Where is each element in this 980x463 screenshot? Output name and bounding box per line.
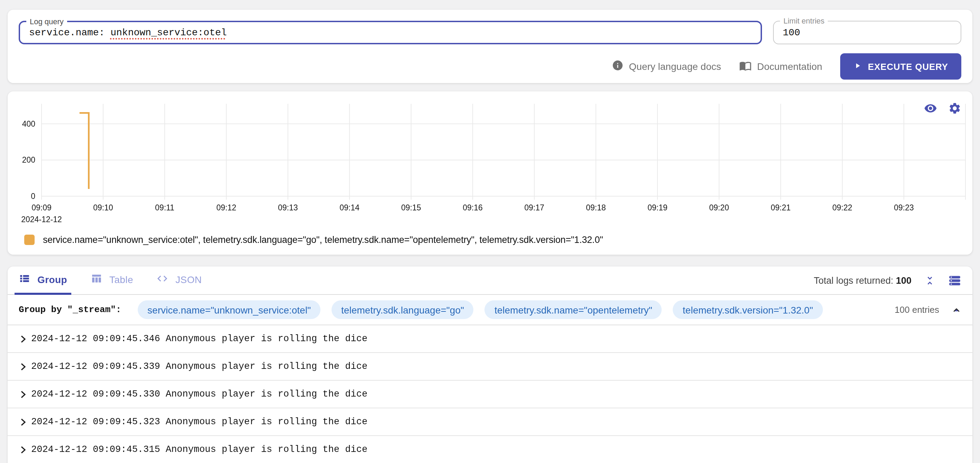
log-query-label: Log query bbox=[26, 17, 67, 26]
legend-label: service.name="unknown_service:otel", tel… bbox=[43, 235, 603, 245]
tab-table[interactable]: Table bbox=[86, 267, 137, 294]
chart-settings-button[interactable] bbox=[948, 102, 961, 115]
svg-text:09:11: 09:11 bbox=[155, 203, 174, 212]
log-timestamp: 2024-12-12 09:09:45.339 bbox=[31, 361, 160, 372]
total-logs-returned: Total logs returned: 100 bbox=[814, 275, 912, 285]
log-timestamp: 2024-12-12 09:09:45.315 bbox=[31, 444, 160, 455]
entries-count: 100 entries bbox=[894, 304, 939, 315]
log-query-value: service.name: unknown_service:otel bbox=[29, 27, 227, 38]
log-message: Anonymous player is rolling the dice bbox=[166, 361, 368, 372]
table-view-icon bbox=[91, 273, 102, 286]
log-entry-text: 2024-12-12 09:09:45.323Anonymous player … bbox=[31, 417, 368, 427]
log-rows: 2024-12-12 09:09:45.346Anonymous player … bbox=[8, 325, 972, 463]
svg-text:09:09: 09:09 bbox=[32, 203, 52, 212]
limit-entries-value: 100 bbox=[783, 27, 800, 38]
log-row[interactable]: 2024-12-12 09:09:45.323Anonymous player … bbox=[8, 408, 972, 436]
expand-row-icon bbox=[19, 417, 27, 426]
hits-chart: 020040009:0909:1009:1109:1209:1309:1409:… bbox=[8, 91, 972, 255]
svg-text:09:23: 09:23 bbox=[894, 203, 914, 212]
execute-query-button[interactable]: EXECUTE QUERY bbox=[840, 53, 961, 80]
expand-row-icon bbox=[19, 361, 27, 371]
stream-chips: service.name="unknown_service:otel"telem… bbox=[138, 301, 883, 319]
logs-view-tabs: Group Table JSON Total logs returned: 10… bbox=[8, 266, 972, 295]
svg-text:09:20: 09:20 bbox=[709, 203, 729, 212]
svg-text:09:16: 09:16 bbox=[463, 203, 483, 212]
eye-icon bbox=[924, 107, 937, 117]
log-row[interactable]: 2024-12-12 09:09:45.339Anonymous player … bbox=[8, 353, 972, 381]
limit-entries-input[interactable]: Limit entries 100 bbox=[773, 21, 961, 44]
chart-legend[interactable]: service.name="unknown_service:otel", tel… bbox=[24, 235, 603, 245]
limit-entries-label: Limit entries bbox=[780, 16, 828, 25]
svg-text:200: 200 bbox=[22, 155, 35, 164]
log-message: Anonymous player is rolling the dice bbox=[166, 334, 368, 344]
svg-text:09:17: 09:17 bbox=[524, 203, 544, 212]
svg-text:09:13: 09:13 bbox=[278, 203, 298, 212]
legend-swatch bbox=[24, 235, 35, 245]
hits-chart-panel: 020040009:0909:1009:1109:1209:1309:1409:… bbox=[8, 91, 972, 255]
svg-text:09:22: 09:22 bbox=[832, 203, 852, 212]
svg-text:09:21: 09:21 bbox=[771, 203, 791, 212]
log-entry-text: 2024-12-12 09:09:45.339Anonymous player … bbox=[31, 361, 368, 372]
tab-group[interactable]: Group bbox=[14, 267, 71, 294]
log-query-input[interactable]: Log query service.name: unknown_service:… bbox=[19, 21, 762, 44]
gear-icon bbox=[948, 107, 961, 117]
total-logs-value: 100 bbox=[896, 275, 912, 285]
logs-panel: Group Table JSON Total logs returned: 10… bbox=[8, 266, 972, 463]
group-view-icon bbox=[19, 273, 30, 286]
query-language-docs-link[interactable]: Query language docs bbox=[612, 59, 721, 73]
log-query-misspelled-token: unknown_service:otel bbox=[110, 27, 227, 38]
tab-table-label: Table bbox=[109, 274, 133, 285]
log-entry-text: 2024-12-12 09:09:45.315Anonymous player … bbox=[31, 444, 368, 455]
query-language-docs-label: Query language docs bbox=[629, 61, 721, 72]
rows-list-icon bbox=[948, 278, 961, 289]
query-panel: Log query service.name: unknown_service:… bbox=[8, 10, 972, 83]
expand-row-icon bbox=[19, 445, 27, 454]
log-message: Anonymous player is rolling the dice bbox=[166, 417, 368, 427]
svg-text:400: 400 bbox=[22, 119, 35, 128]
log-message: Anonymous player is rolling the dice bbox=[166, 389, 368, 399]
expand-row-icon bbox=[19, 389, 27, 399]
toggle-visibility-button[interactable] bbox=[924, 102, 937, 115]
collapse-all-button[interactable] bbox=[924, 274, 936, 286]
svg-text:09:19: 09:19 bbox=[648, 203, 668, 212]
log-row[interactable]: 2024-12-12 09:09:45.346Anonymous player … bbox=[8, 325, 972, 353]
play-icon bbox=[853, 61, 862, 72]
svg-text:09:18: 09:18 bbox=[586, 203, 606, 212]
tab-json-label: JSON bbox=[175, 274, 202, 285]
group-header: Group by "_stream": service.name="unknow… bbox=[8, 295, 972, 325]
stream-chip[interactable]: service.name="unknown_service:otel" bbox=[138, 301, 320, 319]
log-row[interactable]: 2024-12-12 09:09:45.315Anonymous player … bbox=[8, 436, 972, 463]
log-timestamp: 2024-12-12 09:09:45.346 bbox=[31, 334, 160, 344]
victorialogs-ui: Log query service.name: unknown_service:… bbox=[0, 0, 980, 463]
code-view-icon bbox=[157, 273, 169, 286]
documentation-label: Documentation bbox=[757, 61, 822, 72]
log-message: Anonymous player is rolling the dice bbox=[166, 444, 368, 455]
info-icon bbox=[612, 59, 624, 73]
documentation-link[interactable]: Documentation bbox=[739, 59, 822, 74]
chevron-up-icon bbox=[951, 306, 961, 317]
svg-text:2024-12-12: 2024-12-12 bbox=[21, 215, 62, 224]
svg-text:09:12: 09:12 bbox=[216, 203, 236, 212]
tab-group-label: Group bbox=[37, 274, 67, 285]
svg-text:0: 0 bbox=[31, 192, 35, 201]
stream-chip[interactable]: telemetry.sdk.language="go" bbox=[331, 301, 474, 319]
log-entry-text: 2024-12-12 09:09:45.330Anonymous player … bbox=[31, 389, 368, 399]
log-timestamp: 2024-12-12 09:09:45.323 bbox=[31, 417, 160, 427]
stream-chip[interactable]: telemetry.sdk.name="opentelemetry" bbox=[485, 301, 662, 319]
query-actions-row: Query language docs Documentation EXECUT… bbox=[19, 53, 961, 80]
book-icon bbox=[739, 59, 752, 74]
display-settings-button[interactable] bbox=[948, 274, 961, 287]
group-by-label: Group by "_stream": bbox=[19, 304, 127, 315]
log-timestamp: 2024-12-12 09:09:45.330 bbox=[31, 389, 160, 399]
expand-row-icon bbox=[19, 334, 27, 344]
execute-query-label: EXECUTE QUERY bbox=[868, 61, 948, 72]
unfold-less-icon bbox=[924, 278, 936, 288]
log-entry-text: 2024-12-12 09:09:45.346Anonymous player … bbox=[31, 334, 368, 344]
stream-chip[interactable]: telemetry.sdk.version="1.32.0" bbox=[673, 301, 823, 319]
svg-text:09:15: 09:15 bbox=[401, 203, 421, 212]
query-inputs-row: Log query service.name: unknown_service:… bbox=[19, 21, 961, 44]
collapse-group-button[interactable] bbox=[951, 305, 961, 315]
logs-toolbar: Total logs returned: 100 bbox=[814, 274, 972, 287]
tab-json[interactable]: JSON bbox=[153, 267, 206, 294]
log-row[interactable]: 2024-12-12 09:09:45.330Anonymous player … bbox=[8, 381, 972, 408]
